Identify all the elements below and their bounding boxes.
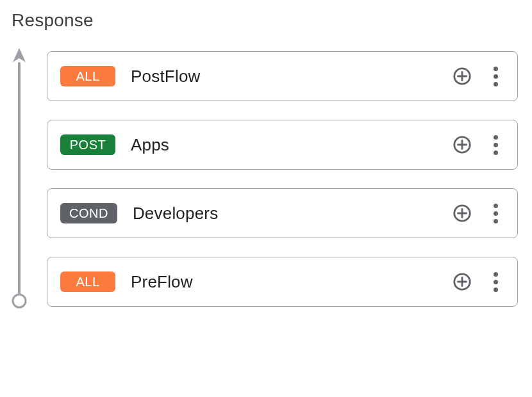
- more-vert-icon[interactable]: [485, 203, 506, 223]
- flows-list: ALLPostFlowPOSTAppsCONDDevelopersALLPreF…: [37, 46, 520, 309]
- method-badge: ALL: [60, 66, 115, 86]
- flow-name: PostFlow: [131, 67, 436, 86]
- plus-circle-icon[interactable]: [452, 134, 472, 155]
- svg-point-1: [13, 295, 26, 307]
- flow-name: Apps: [131, 135, 436, 155]
- origin-circle-icon: [12, 293, 27, 309]
- flow-name: Developers: [133, 204, 436, 223]
- section-title: Response: [12, 12, 520, 29]
- arrow-up-icon: [13, 48, 26, 62]
- method-badge: POST: [60, 134, 115, 155]
- flow-row[interactable]: ALLPostFlow: [47, 51, 518, 101]
- more-vert-icon[interactable]: [485, 134, 506, 155]
- svg-marker-0: [13, 48, 26, 62]
- flow-name: PreFlow: [131, 272, 436, 292]
- flow-row[interactable]: POSTApps: [47, 120, 518, 170]
- more-vert-icon[interactable]: [485, 66, 506, 86]
- method-badge: ALL: [60, 271, 115, 292]
- method-badge: COND: [60, 203, 117, 223]
- more-vert-icon[interactable]: [485, 271, 506, 292]
- plus-circle-icon[interactable]: [452, 66, 472, 86]
- flow-row[interactable]: ALLPreFlow: [47, 257, 518, 307]
- plus-circle-icon[interactable]: [452, 271, 472, 292]
- flow-row[interactable]: CONDDevelopers: [47, 188, 518, 238]
- plus-circle-icon[interactable]: [452, 203, 472, 223]
- flow-direction-rail: [12, 51, 37, 306]
